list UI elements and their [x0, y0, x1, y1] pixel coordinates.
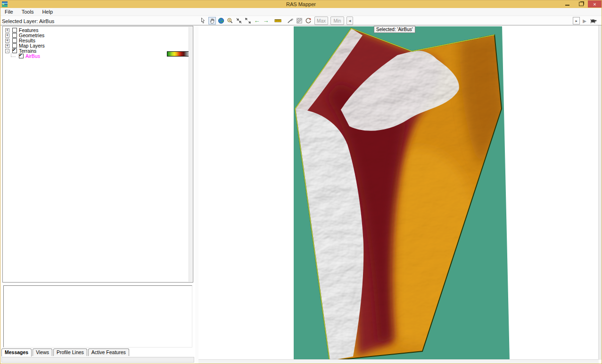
maximize-icon — [579, 2, 584, 6]
panel-splitter[interactable] — [195, 25, 198, 364]
profile-line-tool-button[interactable] — [287, 17, 294, 24]
hatch-square-icon — [296, 17, 303, 24]
expand-panel-button[interactable]: ▸ — [573, 17, 580, 24]
arrows-outward-icon — [245, 17, 251, 24]
maximize-button[interactable] — [574, 0, 588, 8]
terrain-color-ramp-legend — [167, 51, 191, 57]
minimize-button[interactable] — [561, 0, 574, 8]
menu-tools[interactable]: Tools — [17, 8, 38, 15]
rotate-swirl-icon — [305, 17, 312, 24]
tab-messages[interactable]: Messages — [1, 348, 32, 356]
close-button[interactable]: × — [588, 0, 602, 8]
title-bar[interactable]: RAS Mapper × — [0, 0, 602, 8]
tree-scrollbar[interactable] — [189, 27, 192, 282]
zoom-in-button[interactable] — [226, 17, 234, 24]
expander-terrains[interactable]: - — [5, 49, 9, 53]
select-tool-button[interactable] — [199, 17, 207, 24]
previous-view-button[interactable]: ← — [253, 17, 261, 24]
expander-results[interactable]: + — [5, 39, 9, 43]
expander-map-layers[interactable]: + — [5, 44, 9, 48]
map-tooltip: Selected: 'AirBus' — [374, 26, 415, 33]
play-animation-button[interactable]: ▶ — [583, 18, 586, 24]
zoom-extents-button[interactable] — [217, 17, 225, 24]
tree-row-features: + Features — [3, 28, 193, 32]
checkbox-airbus[interactable]: ✔ — [19, 54, 24, 58]
checkbox-features[interactable] — [12, 28, 17, 32]
tree-row-geometries: + Geometries — [3, 33, 193, 38]
map-toolbar: ← → Max Min ◄ — [199, 16, 353, 25]
arrows-inward-icon — [236, 17, 242, 24]
check-icon: ✔ — [12, 48, 16, 52]
layer-label-airbus[interactable]: AirBus — [25, 53, 40, 59]
min-button[interactable]: Min — [330, 16, 344, 25]
watershed-tool-button[interactable] — [305, 17, 312, 24]
terrain-display-button[interactable] — [296, 17, 303, 24]
magnifier-plus-icon — [227, 17, 233, 24]
pointer-icon — [200, 17, 206, 24]
tree-row-map-layers: + Map Layers — [3, 43, 193, 48]
ruler-icon — [274, 17, 282, 24]
tab-views[interactable]: Views — [33, 348, 52, 356]
checkbox-terrains[interactable]: ✔ — [12, 49, 17, 53]
checkbox-geometries[interactable] — [12, 33, 17, 38]
menu-file[interactable]: File — [0, 8, 17, 15]
menu-help[interactable]: Help — [38, 8, 57, 15]
tab-profile-lines[interactable]: Profile Lines — [53, 348, 87, 356]
map-vertical-scrollbar[interactable] — [598, 25, 602, 360]
status-strip — [1, 357, 194, 363]
globe-icon — [218, 17, 224, 24]
map-view[interactable]: Selected: 'AirBus' — [198, 25, 602, 364]
check-icon: ✔ — [19, 53, 23, 57]
animation-speed-turtle-icon[interactable] — [589, 18, 598, 24]
next-view-button[interactable]: → — [262, 17, 270, 24]
main-content: + Features + Geometries + Results + — [0, 25, 602, 364]
minimize-icon — [565, 5, 569, 6]
tab-active-features[interactable]: Active Features — [88, 348, 129, 356]
ras-mapper-window: RAS Mapper × File Tools Help Selected La… — [0, 0, 602, 364]
expander-features[interactable]: + — [5, 28, 9, 32]
checkbox-results[interactable] — [12, 38, 17, 43]
selected-layer-label: Selected Layer: AirBus — [2, 18, 54, 24]
collapse-arrow-button[interactable]: ◄ — [346, 16, 353, 25]
toolbar-right-cluster: ▸ ▶ — [573, 17, 598, 24]
messages-panel[interactable] — [3, 285, 192, 348]
measure-tool-button[interactable] — [274, 17, 282, 24]
right-arrow-icon: → — [263, 17, 269, 24]
tree-row-results: + Results — [3, 38, 193, 43]
pan-tool-button[interactable] — [208, 17, 216, 24]
info-toolbar-row: Selected Layer: AirBus ← → — [0, 16, 602, 25]
max-button[interactable]: Max — [314, 16, 328, 25]
terrain-map-canvas[interactable] — [198, 26, 602, 364]
tree-row-airbus: ✔ AirBus — [3, 54, 193, 58]
map-horizontal-scrollbar[interactable] — [198, 359, 599, 364]
bottom-tabs: Messages Views Profile Lines Active Feat… — [1, 348, 129, 356]
pencil-line-icon — [287, 17, 294, 24]
window-title: RAS Mapper — [0, 1, 602, 7]
left-arrow-icon: ← — [254, 17, 260, 24]
menu-bar: File Tools Help — [0, 8, 602, 16]
expander-geometries[interactable]: + — [5, 33, 9, 38]
zoom-out-button[interactable] — [235, 17, 243, 24]
layer-tree-panel: + Features + Geometries + Results + — [2, 26, 193, 283]
full-extent-button[interactable] — [244, 17, 252, 24]
left-panel: + Features + Geometries + Results + — [0, 25, 195, 364]
hand-icon — [209, 18, 215, 24]
tree-row-terrains: - ✔ Terrains — [3, 49, 193, 53]
